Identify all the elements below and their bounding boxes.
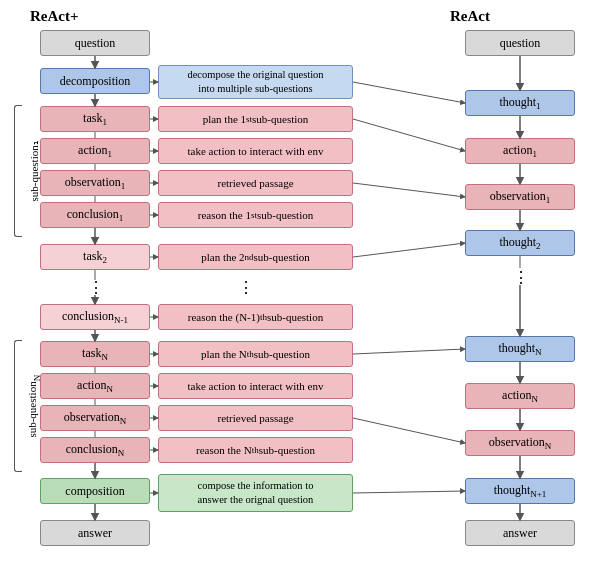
svg-line-30 — [353, 491, 465, 493]
dots-middle: ⋮ — [238, 278, 254, 297]
right-action1-box: action1 — [465, 138, 575, 164]
desc-decompose: decompose the original questioninto mult… — [158, 65, 353, 99]
left-question-box: question — [40, 30, 150, 56]
dots-right: ⋮ — [513, 268, 529, 287]
task2-box: task2 — [40, 244, 150, 270]
right-question-box: question — [465, 30, 575, 56]
brace-subN — [14, 340, 22, 472]
taskN-box: taskN — [40, 341, 150, 367]
desc-concN: reason the Nth sub-question — [158, 437, 353, 463]
conclusionN-box: conclusionN — [40, 437, 150, 463]
sub-question1-label: sub-question₁ — [28, 142, 41, 202]
thought2-box: thought2 — [465, 230, 575, 256]
dots-left: ⋮ — [88, 278, 104, 297]
task1-box: task1 — [40, 106, 150, 132]
diagram-container: ReAct+ ReAct question decomposition sub-… — [0, 0, 606, 580]
desc-task1: plan the 1st sub-question — [158, 106, 353, 132]
svg-line-28 — [353, 349, 465, 354]
composition-box: composition — [40, 478, 150, 504]
desc-obsN: retrieved passage — [158, 405, 353, 431]
right-actionN-box: actionN — [465, 383, 575, 409]
thoughtN-box: thoughtN — [465, 336, 575, 362]
right-answer-box: answer — [465, 520, 575, 546]
actionN-box: actionN — [40, 373, 150, 399]
brace-sub1 — [14, 105, 22, 237]
svg-line-26 — [353, 183, 465, 197]
svg-line-25 — [353, 119, 465, 151]
decomposition-box: decomposition — [40, 68, 150, 94]
desc-task2: plan the 2nd sub-question — [158, 244, 353, 270]
svg-line-24 — [353, 82, 465, 103]
desc-actionN: take action to interact with env — [158, 373, 353, 399]
desc-action1: take action to interact with env — [158, 138, 353, 164]
observation1-box: observation1 — [40, 170, 150, 196]
observationN-box: observationN — [40, 405, 150, 431]
svg-line-29 — [353, 418, 465, 443]
desc-compose: compose the information toanswer the ori… — [158, 474, 353, 512]
desc-obs1: retrieved passage — [158, 170, 353, 196]
svg-line-27 — [353, 243, 465, 257]
desc-concN1: reason the (N-1)th sub-question — [158, 304, 353, 330]
right-obsN-box: observationN — [465, 430, 575, 456]
desc-taskN: plan the Nth sub-question — [158, 341, 353, 367]
conclusionN1-box: conclusionN-1 — [40, 304, 150, 330]
thought1-box: thought1 — [465, 90, 575, 116]
left-answer-box: answer — [40, 520, 150, 546]
right-obs1-box: observation1 — [465, 184, 575, 210]
action1-box: action1 — [40, 138, 150, 164]
header-right: ReAct — [450, 8, 490, 25]
desc-conc1: reason the 1st sub-question — [158, 202, 353, 228]
conclusion1-box: conclusion1 — [40, 202, 150, 228]
header-left: ReAct+ — [30, 8, 79, 25]
thoughtN1-box: thoughtN+1 — [465, 478, 575, 504]
